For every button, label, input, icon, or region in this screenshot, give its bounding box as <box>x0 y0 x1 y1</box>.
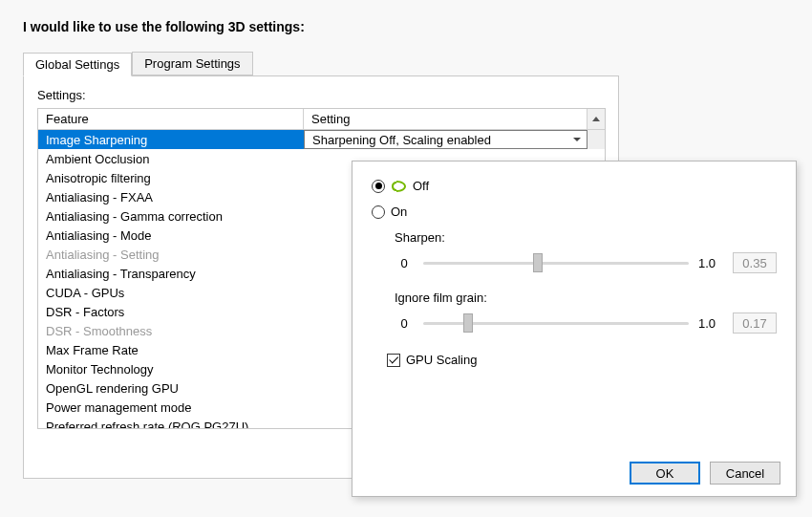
setting-value: Sharpening Off, Scaling enabled <box>312 133 491 147</box>
gpu-scaling-row[interactable]: GPU Scaling <box>387 353 777 367</box>
sharpen-slider[interactable] <box>423 253 689 272</box>
tab-program-settings[interactable]: Program Settings <box>132 52 252 75</box>
sharpen-min: 0 <box>395 256 414 270</box>
feature-cell: Power management mode <box>38 398 304 417</box>
column-header-feature[interactable]: Feature <box>38 109 304 129</box>
table-row[interactable]: Image SharpeningSharpening Off, Scaling … <box>38 130 605 149</box>
feature-cell: Max Frame Rate <box>38 340 304 359</box>
sharpen-value-box: 0.35 <box>733 252 777 273</box>
sharpen-slider-row: 0 1.0 0.35 <box>395 252 777 273</box>
gpu-scaling-checkbox[interactable] <box>387 354 400 367</box>
ignore-grain-label: Ignore film grain: <box>395 291 777 305</box>
table-header: Feature Setting <box>38 109 605 130</box>
chevron-down-icon <box>573 138 581 141</box>
radio-on-label: On <box>391 205 407 219</box>
feature-cell: Ambient Occlusion <box>38 149 304 168</box>
column-header-setting[interactable]: Setting <box>304 109 588 129</box>
feature-cell: Antialiasing - FXAA <box>38 187 304 206</box>
feature-cell: Preferred refresh rate (ROG PG27U) <box>38 417 304 428</box>
sharpen-max: 1.0 <box>698 256 723 270</box>
setting-dropdown[interactable]: Sharpening Off, Scaling enabled <box>304 130 588 149</box>
settings-label: Settings: <box>37 88 605 102</box>
page-title: I would like to use the following 3D set… <box>23 19 789 34</box>
feature-cell: Antialiasing - Gamma correction <box>38 206 304 226</box>
feature-cell: DSR - Smoothness <box>38 321 304 340</box>
tab-label: Program Settings <box>144 56 240 71</box>
on-subpanel: Sharpen: 0 1.0 0.35 Ignore film grain: 0… <box>395 230 777 334</box>
tab-label: Global Settings <box>35 57 119 72</box>
grain-value-box: 0.17 <box>733 312 777 334</box>
feature-cell: OpenGL rendering GPU <box>38 378 304 398</box>
slider-thumb[interactable] <box>533 253 543 272</box>
window-root: I would like to use the following 3D set… <box>0 0 812 517</box>
feature-cell: Antialiasing - Transparency <box>38 264 304 283</box>
cancel-button[interactable]: Cancel <box>710 462 780 485</box>
sharpen-label: Sharpen: <box>395 230 777 245</box>
grain-min: 0 <box>395 316 414 331</box>
grain-max: 1.0 <box>698 316 723 331</box>
feature-cell: Monitor Technology <box>38 359 304 378</box>
tab-global-settings[interactable]: Global Settings <box>23 53 132 76</box>
grain-slider-row: 0 1.0 0.17 <box>395 312 777 334</box>
slider-track <box>423 262 689 265</box>
feature-cell: Image Sharpening <box>38 130 304 149</box>
feature-cell: Antialiasing - Setting <box>38 245 304 264</box>
scroll-up-button[interactable] <box>588 109 605 129</box>
nvidia-logo-icon <box>391 180 407 192</box>
image-sharpening-popup: Off On Sharpen: 0 1.0 0.35 Ignore film g… <box>352 161 797 497</box>
tab-strip: Global Settings Program Settings <box>23 52 789 75</box>
radio-off[interactable] <box>372 180 385 193</box>
grain-slider[interactable] <box>423 313 689 333</box>
radio-on[interactable] <box>372 205 385 219</box>
feature-cell: CUDA - GPUs <box>38 283 304 302</box>
ok-button[interactable]: OK <box>630 462 700 485</box>
radio-off-label: Off <box>413 179 429 193</box>
feature-cell: Anisotropic filtering <box>38 168 304 187</box>
radio-off-row[interactable]: Off <box>372 179 777 193</box>
feature-cell: DSR - Factors <box>38 302 304 321</box>
feature-cell: Antialiasing - Mode <box>38 226 304 245</box>
gpu-scaling-label: GPU Scaling <box>406 353 477 367</box>
radio-on-row[interactable]: On <box>372 205 777 219</box>
button-row: OK Cancel <box>630 462 780 485</box>
chevron-up-icon <box>592 117 600 121</box>
slider-thumb[interactable] <box>463 313 473 333</box>
